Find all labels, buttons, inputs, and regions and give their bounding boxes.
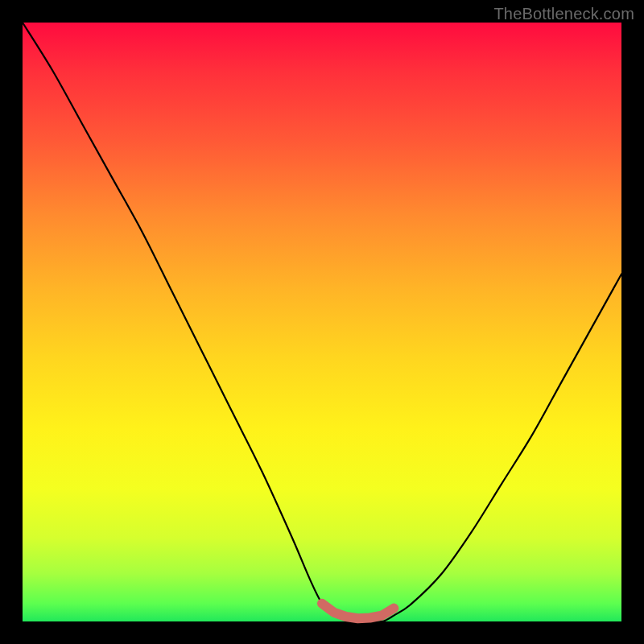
chart-frame: TheBottleneck.com	[0, 0, 644, 644]
optimal-range-marker	[322, 604, 394, 619]
chart-svg	[23, 23, 621, 621]
bottleneck-curve	[23, 23, 621, 622]
plot-area	[23, 23, 621, 621]
watermark-text: TheBottleneck.com	[493, 5, 634, 23]
